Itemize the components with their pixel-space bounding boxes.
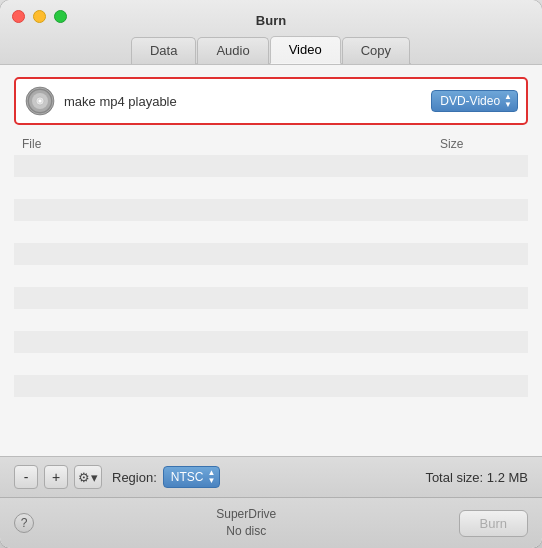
title-bar: Burn Data Audio Video Copy bbox=[0, 0, 542, 65]
total-size-label: Total size: 1.2 MB bbox=[425, 470, 528, 485]
file-row bbox=[14, 309, 528, 331]
window-title: Burn bbox=[256, 13, 286, 28]
file-row bbox=[14, 243, 528, 265]
col-file-label: File bbox=[22, 137, 440, 151]
burn-button[interactable]: Burn bbox=[459, 510, 528, 537]
drive-name: SuperDrive bbox=[34, 506, 459, 523]
help-button[interactable]: ? bbox=[14, 513, 34, 533]
tab-copy[interactable]: Copy bbox=[342, 37, 410, 64]
svg-point-4 bbox=[38, 99, 42, 103]
tab-audio[interactable]: Audio bbox=[197, 37, 268, 64]
gear-arrow-icon: ▾ bbox=[91, 470, 98, 485]
disc-title-input[interactable] bbox=[64, 94, 423, 109]
file-row bbox=[14, 287, 528, 309]
main-window: Burn Data Audio Video Copy bbox=[0, 0, 542, 548]
disc-icon bbox=[24, 85, 56, 117]
close-button[interactable] bbox=[12, 10, 25, 23]
region-select[interactable]: NTSC ▲ ▼ bbox=[163, 466, 221, 488]
title-area: Burn bbox=[0, 10, 542, 31]
region-select-arrows: ▲ ▼ bbox=[207, 469, 215, 485]
file-row bbox=[14, 353, 528, 375]
gear-icon: ⚙ bbox=[78, 470, 90, 485]
file-row bbox=[14, 221, 528, 243]
bottom-bar: - + ⚙ ▾ Region: NTSC ▲ ▼ Total size: 1.2… bbox=[0, 456, 542, 497]
disc-row: DVD-Video ▲ ▼ bbox=[14, 77, 528, 125]
tabs-bar: Data Audio Video Copy bbox=[131, 35, 411, 64]
remove-button[interactable]: - bbox=[14, 465, 38, 489]
file-list bbox=[14, 155, 528, 456]
file-row bbox=[14, 199, 528, 221]
col-size-label: Size bbox=[440, 137, 520, 151]
minimize-button[interactable] bbox=[33, 10, 46, 23]
arrow-down-icon: ▼ bbox=[504, 101, 512, 109]
maximize-button[interactable] bbox=[54, 10, 67, 23]
arrow-down-icon: ▼ bbox=[207, 477, 215, 485]
file-row bbox=[14, 155, 528, 177]
add-button[interactable]: + bbox=[44, 465, 68, 489]
tab-video[interactable]: Video bbox=[270, 36, 341, 64]
format-select[interactable]: DVD-Video ▲ ▼ bbox=[431, 90, 518, 112]
drive-status: No disc bbox=[34, 523, 459, 540]
file-row bbox=[14, 265, 528, 287]
traffic-lights bbox=[0, 10, 79, 31]
action-button[interactable]: ⚙ ▾ bbox=[74, 465, 102, 489]
file-row bbox=[14, 375, 528, 397]
drive-info: SuperDrive No disc bbox=[34, 506, 459, 540]
file-list-header: File Size bbox=[14, 135, 528, 153]
file-row bbox=[14, 397, 528, 419]
status-bar: ? SuperDrive No disc Burn bbox=[0, 497, 542, 548]
tab-data[interactable]: Data bbox=[131, 37, 196, 64]
region-label: Region: bbox=[112, 470, 157, 485]
content-area: DVD-Video ▲ ▼ File Size bbox=[0, 65, 542, 456]
file-row bbox=[14, 177, 528, 199]
file-row bbox=[14, 331, 528, 353]
format-select-arrows: ▲ ▼ bbox=[504, 93, 512, 109]
